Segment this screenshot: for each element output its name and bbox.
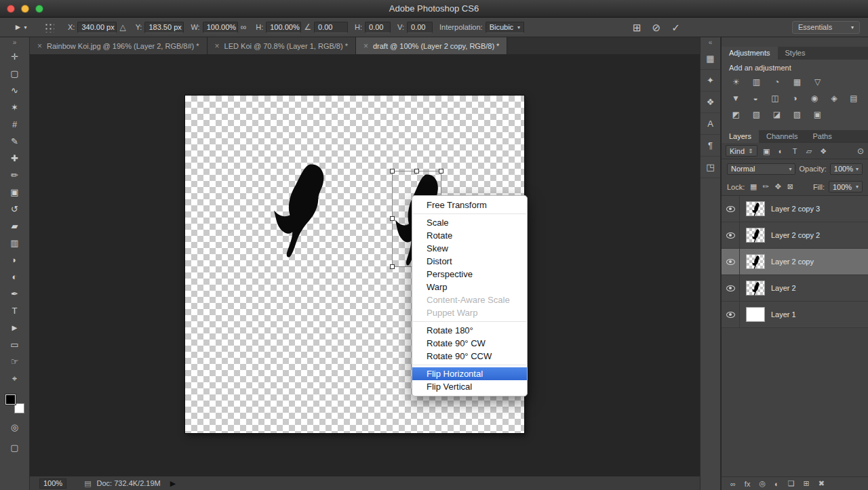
layer-visibility-toggle[interactable]: [722, 249, 740, 274]
adjustment-icon[interactable]: ◪: [768, 108, 785, 121]
layer-thumbnail[interactable]: [746, 307, 765, 322]
height-input[interactable]: 100.00%: [266, 22, 301, 33]
crop-tool-icon[interactable]: #: [0, 116, 29, 133]
rotation-input[interactable]: 0.00: [314, 22, 348, 33]
relative-position-icon[interactable]: △: [119, 22, 125, 32]
3d-panel-icon[interactable]: ◳: [701, 157, 720, 178]
brush-tool-icon[interactable]: ✏: [0, 167, 29, 184]
horizontal-skew-input[interactable]: 0.00: [365, 22, 391, 33]
layer-row-layer-2-copy-2[interactable]: Layer 2 copy 2: [722, 222, 868, 249]
pen-tool-icon[interactable]: ✒: [0, 285, 29, 302]
adjustment-icon[interactable]: ▼: [728, 91, 744, 105]
lasso-tool-icon[interactable]: ∿: [0, 82, 29, 99]
history-panel-icon[interactable]: ▦: [701, 48, 720, 70]
menu-item-perspective[interactable]: Perspective: [412, 268, 527, 281]
screen-mode-icon[interactable]: ▢: [0, 440, 29, 455]
menu-item-flip-horizontal[interactable]: Flip Horizontal: [412, 367, 527, 380]
gradient-tool-icon[interactable]: ▥: [0, 234, 29, 251]
new-group-icon[interactable]: ❏: [788, 479, 795, 488]
adjustment-icon[interactable]: ▽: [809, 75, 826, 89]
layer-visibility-toggle[interactable]: [722, 196, 740, 222]
move-tool-icon[interactable]: ✛: [0, 48, 29, 65]
dodge-tool-icon[interactable]: ◐: [0, 268, 29, 285]
rectangular-marquee-tool-icon[interactable]: ▢: [0, 65, 29, 82]
adjustment-icon[interactable]: ☀: [728, 75, 745, 89]
eraser-tool-icon[interactable]: ▰: [0, 218, 29, 234]
path-selection-tool-icon[interactable]: ►: [0, 319, 29, 336]
menu-item-flip-vertical[interactable]: Flip Vertical: [412, 380, 527, 393]
filter-toggle-icon[interactable]: ⊙: [857, 146, 864, 156]
tab-layers[interactable]: Layers: [722, 130, 759, 143]
adjustment-icon[interactable]: ▨: [789, 108, 806, 121]
transform-handle[interactable]: [390, 264, 395, 269]
quick-selection-tool-icon[interactable]: ✶: [0, 99, 29, 116]
commit-transform-icon[interactable]: ✓: [671, 22, 680, 34]
layer-thumbnail[interactable]: [746, 201, 765, 216]
adjustment-icon[interactable]: ▥: [748, 75, 765, 89]
menu-item-warp[interactable]: Warp: [412, 281, 527, 293]
adjustment-icon[interactable]: ▦: [789, 75, 806, 89]
filter-pixel-layers-icon[interactable]: ▣: [760, 146, 773, 157]
close-icon[interactable]: ×: [363, 41, 368, 51]
link-layers-icon[interactable]: ∞: [730, 480, 736, 488]
eyedropper-tool-icon[interactable]: ✎: [0, 133, 29, 150]
layer-thumbnail[interactable]: [746, 228, 765, 243]
lock-transparent-pixels-icon[interactable]: ▦: [749, 182, 758, 191]
clone-source-panel-icon[interactable]: ❖: [701, 91, 720, 113]
adjustment-icon[interactable]: ◒: [747, 91, 764, 105]
menu-item-distort[interactable]: Distort: [412, 255, 527, 268]
layer-row-layer-1[interactable]: Layer 1: [722, 302, 868, 328]
adjustment-icon[interactable]: ◑: [787, 91, 803, 105]
transform-handle[interactable]: [414, 169, 419, 173]
transform-handle[interactable]: [390, 169, 395, 173]
adjustment-icon[interactable]: ▣: [809, 108, 826, 121]
background-color-swatch[interactable]: [14, 403, 24, 413]
blend-mode-select[interactable]: Normal ▾: [727, 163, 795, 175]
filter-type-layers-icon[interactable]: T: [789, 146, 802, 157]
add-layer-mask-icon[interactable]: ◎: [759, 479, 766, 488]
new-layer-icon[interactable]: ⊞: [804, 479, 810, 488]
transform-handle[interactable]: [439, 169, 443, 173]
adjustment-icon[interactable]: ◩: [728, 108, 745, 121]
adjustment-icon[interactable]: ▧: [748, 108, 765, 121]
lock-all-icon[interactable]: ⊠: [785, 182, 795, 191]
adjustment-icon[interactable]: ◈: [826, 91, 842, 105]
properties-panel-icon[interactable]: ✦: [701, 70, 720, 91]
zoom-window-button[interactable]: [35, 5, 43, 13]
zoom-level-input[interactable]: 100%: [39, 478, 66, 489]
quick-mask-icon[interactable]: ◎: [0, 420, 29, 434]
menu-item-skew[interactable]: Skew: [412, 242, 527, 255]
zoom-tool-icon[interactable]: ⌖: [0, 370, 29, 387]
layer-visibility-toggle[interactable]: [722, 222, 740, 248]
healing-brush-tool-icon[interactable]: ✚: [0, 150, 29, 167]
foreground-color-swatch[interactable]: [5, 394, 16, 405]
menu-item-rotate-90-cw[interactable]: Rotate 90° CW: [412, 337, 527, 350]
menu-item-scale[interactable]: Scale: [412, 216, 527, 229]
layer-thumbnail[interactable]: [746, 281, 765, 295]
layer-row-layer-2-copy-3[interactable]: Layer 2 copy 3: [722, 196, 868, 222]
adjustment-icon[interactable]: ◫: [767, 91, 783, 105]
history-brush-tool-icon[interactable]: ↺: [0, 201, 29, 218]
layer-visibility-toggle[interactable]: [722, 302, 740, 327]
filter-shape-layers-icon[interactable]: ▱: [803, 146, 816, 157]
paragraph-panel-icon[interactable]: ¶: [701, 135, 720, 157]
tab-draft[interactable]: × draft @ 100% (Layer 2 copy, RGB/8) *: [356, 37, 507, 54]
tab-adjustments[interactable]: Adjustments: [722, 47, 778, 60]
warp-mode-toggle-icon[interactable]: ⊞: [633, 22, 642, 34]
layer-row-layer-2[interactable]: Layer 2: [722, 275, 868, 302]
type-tool-icon[interactable]: T: [0, 302, 29, 319]
y-input[interactable]: 183.50 px: [144, 22, 184, 33]
fill-select[interactable]: 100% ▾: [829, 181, 863, 192]
layer-filter-kind-select[interactable]: Kind ⇕: [726, 145, 757, 157]
tab-styles[interactable]: Styles: [778, 47, 813, 60]
tab-channels[interactable]: Channels: [759, 130, 805, 143]
adjustment-icon[interactable]: ▤: [846, 91, 862, 105]
cancel-transform-icon[interactable]: ⊘: [652, 22, 661, 34]
menu-item-rotate[interactable]: Rotate: [412, 229, 527, 242]
current-tool-preview[interactable]: ►▾: [7, 20, 34, 34]
close-icon[interactable]: ×: [37, 41, 42, 51]
lock-image-pixels-icon[interactable]: ✏: [761, 182, 770, 191]
collapse-dock-icon[interactable]: «: [701, 37, 720, 48]
transform-handle[interactable]: [390, 216, 395, 221]
status-options-arrow-icon[interactable]: ▶: [170, 479, 176, 488]
